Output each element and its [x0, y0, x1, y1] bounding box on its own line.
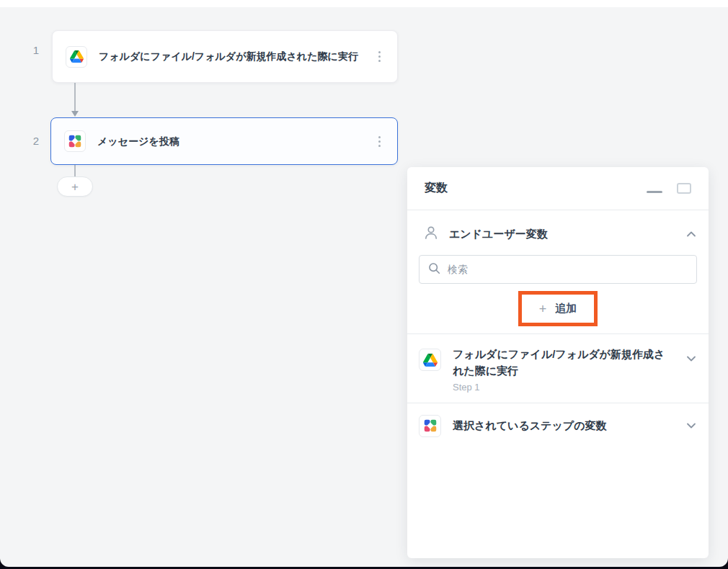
plus-icon: +	[539, 303, 547, 315]
variable-group-selected-step[interactable]: 選択されているステップの変数	[407, 403, 709, 447]
variables-panel: 変数 エンドユーザー変数	[407, 167, 709, 558]
end-user-variables-section[interactable]: エンドユーザー変数	[407, 210, 709, 243]
chevron-down-icon[interactable]	[685, 420, 697, 431]
minimize-icon[interactable]	[647, 191, 662, 193]
panel-header: 変数	[407, 167, 709, 210]
search-icon	[428, 262, 440, 277]
step-title: メッセージを投稿	[97, 133, 179, 149]
chevron-up-icon[interactable]	[685, 228, 697, 240]
variable-search-box	[419, 255, 697, 284]
variable-group-step1[interactable]: フォルダにファイル/フォルダが新規作成された際に実行 Step 1	[407, 334, 709, 403]
maximize-icon[interactable]	[677, 183, 691, 194]
variable-group-title: フォルダにファイル/フォルダが新規作成された際に実行	[453, 346, 670, 380]
connector-arrow	[71, 83, 79, 117]
google-drive-icon	[419, 349, 441, 371]
search-input[interactable]	[446, 263, 688, 276]
app-window: 1 フォルダにファイル/フォルダが新規作成された際に実行 2	[0, 0, 728, 567]
step-number-1: 1	[30, 44, 42, 56]
step-menu-icon[interactable]	[375, 132, 384, 151]
chat-app-icon	[419, 415, 441, 437]
workflow-step-card-2[interactable]: メッセージを投稿	[50, 117, 398, 165]
variable-group-subtitle: Step 1	[453, 382, 670, 393]
person-icon	[423, 225, 439, 243]
workflow-step-card-1[interactable]: フォルダにファイル/フォルダが新規作成された際に実行	[52, 30, 398, 83]
connector-line	[71, 165, 79, 177]
step-number-2: 2	[30, 135, 42, 147]
chevron-down-icon[interactable]	[685, 353, 697, 364]
top-toolbar-edge	[0, 0, 728, 7]
add-step-button[interactable]: +	[57, 176, 93, 197]
step-title: フォルダにファイル/フォルダが新規作成された際に実行	[99, 48, 363, 64]
add-variable-button[interactable]: + 追加	[518, 291, 598, 326]
add-variable-area: + 追加	[407, 284, 709, 334]
variable-group-title: 選択されているステップの変数	[453, 417, 670, 434]
plus-icon: +	[71, 181, 79, 193]
chat-app-icon	[64, 130, 86, 152]
google-drive-icon	[66, 46, 87, 68]
add-button-label: 追加	[555, 302, 577, 315]
step-menu-icon[interactable]	[375, 47, 384, 66]
section-title: エンドユーザー変数	[449, 228, 548, 241]
panel-title: 変数	[425, 181, 448, 196]
